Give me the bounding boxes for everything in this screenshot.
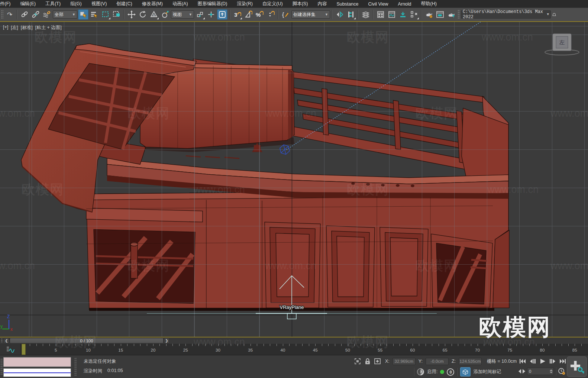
move-button[interactable] xyxy=(126,9,137,20)
use-pivot-center-button[interactable] xyxy=(195,9,205,20)
time-tag-cube-button[interactable] xyxy=(460,367,471,377)
percent-snap-button[interactable]: % xyxy=(254,9,265,20)
current-frame-field[interactable]: 0 xyxy=(527,368,554,375)
add-time-tag-text[interactable]: 添加时间标记 xyxy=(473,369,501,375)
go-to-end-button[interactable] xyxy=(558,357,567,366)
menu-item[interactable]: 内容 xyxy=(313,1,332,7)
current-frame-marker[interactable]: 0 xyxy=(22,344,26,355)
menu-item[interactable]: 编辑(E) xyxy=(15,1,41,7)
angle-snap-button[interactable] xyxy=(243,9,253,20)
ruler-label: 35 xyxy=(248,348,253,352)
menu-item[interactable]: Civil View xyxy=(363,1,393,7)
named-sets-dropdown[interactable]: 创建选择集 ▼ xyxy=(291,10,330,19)
security-count-badge[interactable]: 0 xyxy=(447,368,454,376)
spinner-snap-button[interactable] xyxy=(265,9,276,20)
menu-item[interactable]: 图形编辑器(D) xyxy=(193,1,232,7)
menu-item[interactable]: 创建(C) xyxy=(112,1,137,7)
ruler-tick xyxy=(121,344,121,346)
menu-item[interactable]: Arnold xyxy=(393,1,416,7)
ribbon-toggle-button[interactable] xyxy=(398,9,408,20)
previous-frame-button[interactable] xyxy=(528,357,537,366)
align-button[interactable] xyxy=(346,9,356,20)
edit-named-sets-button[interactable]: { xyxy=(280,9,291,20)
placement-button[interactable] xyxy=(160,9,170,20)
menu-item[interactable]: 自定义(U) xyxy=(258,1,288,7)
ref-coord-dropdown[interactable]: 视图 ▼ xyxy=(171,10,194,19)
isolate-selection-toggle[interactable] xyxy=(354,358,361,365)
statusbar-grip[interactable] xyxy=(0,358,3,375)
render-production-button[interactable] xyxy=(446,9,456,20)
menu-item[interactable]: 工具(T) xyxy=(41,1,65,7)
selection-region-button[interactable] xyxy=(100,9,111,20)
mini-curve-editor-button[interactable] xyxy=(0,344,21,355)
y-coord-field[interactable]: -0.0cm xyxy=(426,358,449,365)
timeslider-grip[interactable] xyxy=(1,338,3,343)
frame-back-button[interactable]: ❮ xyxy=(4,338,9,343)
select-manipulate-button[interactable] xyxy=(206,9,216,20)
menu-item[interactable]: 动画(A) xyxy=(168,1,193,7)
trackbar-ruler[interactable]: 0 0510152025303540455055606570758085 xyxy=(20,344,588,355)
key-mode-toggle[interactable] xyxy=(518,369,526,374)
viewport-menu-general[interactable]: [+] xyxy=(3,25,8,31)
time-slider-handle[interactable]: 0 / 100 xyxy=(10,338,164,343)
keyboard-override-button[interactable] xyxy=(217,9,227,20)
bind-spacewarp-button[interactable] xyxy=(42,9,52,20)
window-crossing-button[interactable] xyxy=(112,9,122,20)
toolbar-grip[interactable] xyxy=(1,10,3,19)
redo-button[interactable]: ↷ xyxy=(4,9,15,20)
scale-button[interactable] xyxy=(149,9,159,20)
menu-item[interactable]: 视图(V) xyxy=(87,1,112,7)
toolbar-grip[interactable] xyxy=(458,10,460,19)
play-button[interactable] xyxy=(538,357,547,366)
track-bar[interactable]: 0 0510152025303540455055606570758085 xyxy=(0,344,588,355)
absolute-offset-toggle[interactable] xyxy=(374,358,382,365)
select-by-name-button[interactable] xyxy=(89,9,100,20)
menu-item[interactable]: 渲染(R) xyxy=(232,1,257,7)
scene-explorer-button[interactable] xyxy=(375,9,386,20)
project-folder-field[interactable]: C:\Users\Han\Documents\3ds Max 2022 ▼ xyxy=(461,10,551,19)
unlink-button[interactable] xyxy=(30,9,41,20)
select-object-button[interactable] xyxy=(78,9,88,20)
set-key-button[interactable] xyxy=(567,356,587,377)
maxscript-listener-input[interactable] xyxy=(3,368,71,377)
workspace-button[interactable] xyxy=(552,9,557,20)
z-coord-field[interactable]: 124.535cm xyxy=(459,358,482,365)
menu-item[interactable]: 修改器(M) xyxy=(137,1,168,7)
vrayplane-gizmo[interactable] xyxy=(147,276,437,319)
light-gizmo[interactable] xyxy=(280,145,290,154)
time-configuration-button[interactable] xyxy=(558,367,566,375)
maxscript-listener-macro[interactable] xyxy=(3,357,71,367)
frame-forward-button[interactable]: ❯ xyxy=(164,338,169,343)
snap-toggle-button[interactable]: 3 xyxy=(232,9,242,20)
viewport[interactable]: VRayPlane 左 Z y x [+] [左] [标准] xyxy=(0,21,588,337)
render-setup-button[interactable] xyxy=(424,9,434,20)
layer-manager-button[interactable] xyxy=(361,9,371,20)
next-frame-button[interactable] xyxy=(548,357,557,366)
menu-item[interactable]: 组(G) xyxy=(65,1,87,7)
separator xyxy=(358,10,359,19)
x-coord-field[interactable]: 32.969cm xyxy=(392,358,416,365)
mirror-button[interactable] xyxy=(335,9,345,20)
link-icon xyxy=(20,10,29,19)
rotate-button[interactable] xyxy=(138,9,148,20)
menu-item[interactable]: 帮助(H) xyxy=(416,1,442,7)
selection-filter-dropdown[interactable]: 全部 ▼ xyxy=(53,10,77,19)
menu-item[interactable]: Substance xyxy=(332,1,363,7)
viewport-menu-shading[interactable]: [粘土 + 边面] xyxy=(35,25,62,31)
viewport-menu-pov[interactable]: [左] xyxy=(11,25,18,31)
curve-editor-button[interactable] xyxy=(387,9,397,20)
selection-lock-toggle[interactable] xyxy=(364,358,371,365)
menu-item[interactable]: 件(F) xyxy=(0,1,15,7)
viewport-menu-perview[interactable]: [标准] xyxy=(21,25,33,31)
menu-item[interactable]: 脚本(S) xyxy=(288,1,313,7)
scene-security-shield-icon[interactable] xyxy=(417,368,424,376)
rendered-frame-button[interactable] xyxy=(435,9,445,20)
frame-spinner[interactable] xyxy=(550,368,553,374)
link-button[interactable] xyxy=(19,9,30,20)
ruler-label: 50 xyxy=(345,348,350,352)
viewcube[interactable]: 左 xyxy=(545,34,579,55)
go-to-start-button[interactable] xyxy=(518,357,527,366)
schematic-view-button[interactable] xyxy=(409,9,419,20)
named-sets-value: 创建选择集 xyxy=(293,12,316,18)
ruler-tick xyxy=(523,344,523,346)
